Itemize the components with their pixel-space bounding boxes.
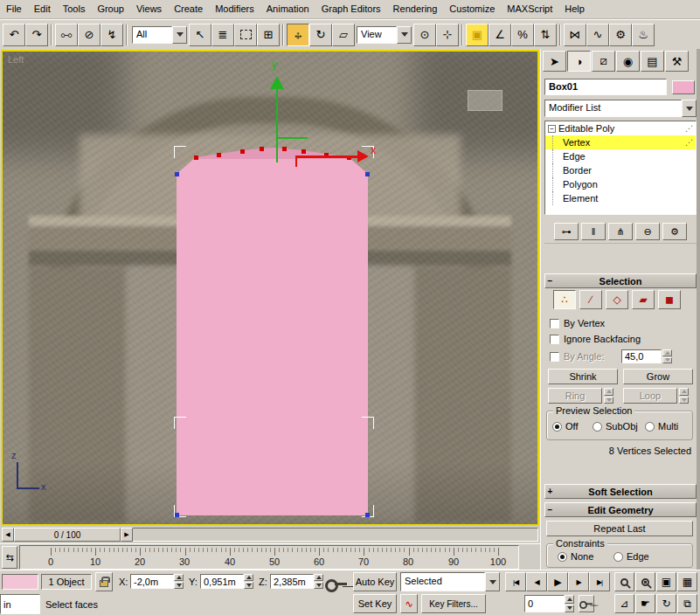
spinner-up-icon[interactable]: [604, 388, 613, 396]
use-pivot-center-button[interactable]: ⊙: [413, 24, 436, 46]
selection-region-button[interactable]: [234, 24, 257, 46]
vertex-dot[interactable]: [260, 147, 264, 151]
stack-row-polygon[interactable]: Polygon: [545, 177, 696, 191]
shrink-button[interactable]: Shrink: [548, 369, 618, 384]
viewport-label[interactable]: Left: [8, 54, 24, 65]
next-frame-button[interactable]: ▶: [568, 572, 589, 591]
bind-spacewarp-button[interactable]: ↯: [100, 24, 123, 46]
menu-create[interactable]: Create: [168, 0, 209, 18]
subobject-border-button[interactable]: ◇: [606, 290, 628, 309]
x-coord-field[interactable]: -2,0m: [130, 574, 174, 589]
go-to-end-button[interactable]: ▶|: [589, 572, 610, 591]
menu-file[interactable]: File: [0, 0, 28, 18]
menu-edit[interactable]: Edit: [28, 0, 57, 18]
menu-modifiers[interactable]: Modifiers: [209, 0, 260, 18]
previous-frame-button[interactable]: ◀: [526, 572, 547, 591]
go-to-start-button[interactable]: |◀: [505, 572, 526, 591]
y-coord-spinner[interactable]: [244, 574, 253, 589]
zoom-extents-button[interactable]: ▣: [656, 572, 676, 591]
subobject-vertex-button[interactable]: ∴: [553, 290, 576, 309]
vertex-dot[interactable]: [240, 149, 245, 154]
box01-polygon[interactable]: [177, 148, 368, 515]
reference-coordsys-dropdown[interactable]: View: [357, 26, 412, 44]
object-color-swatch[interactable]: [672, 80, 695, 94]
tab-motion[interactable]: ◉: [616, 51, 640, 72]
key-mode-arrow[interactable]: [485, 572, 500, 591]
loop-button[interactable]: Loop: [623, 388, 677, 404]
configure-modifier-sets-button[interactable]: ⚙: [662, 223, 687, 240]
mini-curve-editor-button[interactable]: ⇆: [2, 546, 17, 569]
viewport-left[interactable]: y x z x Left: [1, 50, 539, 526]
menu-rendering[interactable]: Rendering: [387, 0, 444, 18]
checkbox-icon[interactable]: [550, 335, 559, 344]
vertex-dot[interactable]: [175, 172, 179, 176]
spinner-down-icon[interactable]: [662, 357, 672, 364]
stack-row-editable-poly[interactable]: − Editable Poly ⋰: [545, 121, 696, 135]
stack-row-vertex[interactable]: Vertex ⋰: [545, 135, 696, 149]
modifier-list-arrow[interactable]: [682, 100, 697, 117]
selection-lock-button[interactable]: [95, 572, 113, 591]
by-angle-field[interactable]: 45,0: [621, 349, 662, 363]
key-filters-button[interactable]: Key Filters...: [421, 594, 486, 613]
subobject-element-button[interactable]: ◼: [658, 290, 681, 309]
previous-frame-arrow[interactable]: ◀: [2, 528, 14, 542]
vertex-dot[interactable]: [175, 513, 179, 517]
arc-rotate-button[interactable]: ↻: [656, 594, 676, 613]
spinner-up-icon[interactable]: [662, 349, 672, 356]
remove-modifier-button[interactable]: ⊖: [635, 223, 660, 240]
radio-icon[interactable]: [558, 552, 567, 562]
spinner-up-icon[interactable]: [679, 388, 689, 396]
tab-modify[interactable]: ◑: [567, 51, 591, 72]
subobject-edge-button[interactable]: ∕: [579, 290, 602, 309]
radio-icon[interactable]: [552, 422, 562, 432]
constraint-none-radio[interactable]: None: [558, 551, 593, 562]
mirror-button[interactable]: ⋈: [564, 24, 586, 46]
pin-stack-button[interactable]: ⊶: [554, 223, 579, 240]
next-frame-arrow[interactable]: ▶: [121, 528, 133, 542]
rollout-edit-geometry[interactable]: − Edit Geometry: [544, 502, 697, 517]
auto-key-button[interactable]: Auto Key: [353, 572, 397, 591]
redo-button[interactable]: ↷: [25, 24, 48, 46]
x-coord-spinner[interactable]: [174, 574, 184, 589]
selection-filter-dropdown[interactable]: All: [132, 26, 187, 44]
preview-multi-radio[interactable]: Multi: [645, 421, 678, 432]
zoom-extents-all-button[interactable]: ▦: [677, 572, 697, 591]
angle-snap-button[interactable]: ∠: [489, 24, 511, 46]
select-and-link-button[interactable]: ⧟: [55, 24, 78, 46]
menu-maxscript[interactable]: MAXScript: [501, 0, 558, 18]
spinner-snap-button[interactable]: ⇅: [534, 24, 557, 46]
window-crossing-button[interactable]: ⊞: [257, 24, 280, 46]
stack-row-edge[interactable]: Edge: [545, 149, 696, 163]
ring-button[interactable]: Ring: [548, 388, 602, 404]
by-angle-checkbox[interactable]: By Angle:: [550, 351, 604, 362]
select-and-rotate-button[interactable]: ↻: [309, 24, 332, 46]
select-and-scale-button[interactable]: ▱: [332, 24, 355, 46]
timeline-ruler[interactable]: 0 10 20 30 40 50 60 70 80 90 100: [19, 545, 519, 570]
vertex-dot[interactable]: [365, 172, 370, 176]
ignore-backfacing-checkbox[interactable]: Ignore Backfacing: [550, 334, 641, 344]
gizmo-x-axis[interactable]: [295, 155, 359, 158]
render-setup-button[interactable]: ⚙: [609, 24, 632, 46]
tab-utilities[interactable]: ⚒: [665, 51, 689, 72]
play-button[interactable]: ▶: [547, 572, 568, 591]
menu-group[interactable]: Group: [91, 0, 130, 18]
ring-spinner[interactable]: [604, 388, 613, 404]
vertex-dot[interactable]: [365, 513, 370, 517]
snaps-toggle-button[interactable]: ▣: [466, 24, 489, 46]
checkbox-icon[interactable]: [550, 319, 559, 328]
menu-help[interactable]: Help: [558, 0, 591, 18]
zoom-all-button[interactable]: [635, 572, 655, 591]
vertex-dot[interactable]: [301, 149, 306, 154]
subobject-polygon-button[interactable]: ▰: [632, 290, 655, 309]
macro-recorder-field[interactable]: [2, 574, 38, 590]
stack-row-border[interactable]: Border: [545, 163, 696, 177]
constraint-edge-radio[interactable]: Edge: [613, 551, 649, 562]
current-frame-spinner[interactable]: [565, 595, 574, 612]
set-key-button[interactable]: Set Key: [353, 594, 397, 613]
maximize-viewport-button[interactable]: ⧉: [677, 594, 697, 613]
vertex-dot[interactable]: [194, 155, 198, 160]
radio-icon[interactable]: [645, 422, 655, 432]
preview-subobj-radio[interactable]: SubObj: [593, 421, 638, 432]
grow-button[interactable]: Grow: [623, 369, 693, 384]
menu-animation[interactable]: Animation: [260, 0, 315, 18]
